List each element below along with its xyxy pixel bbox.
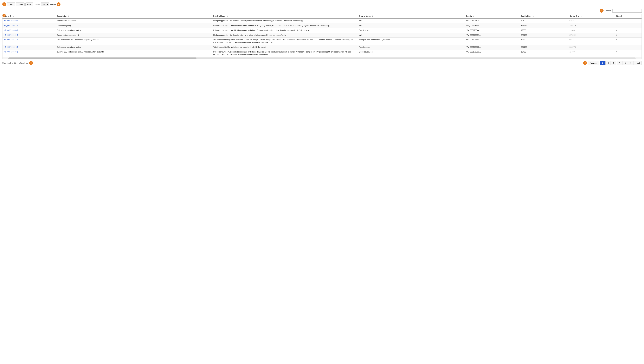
csv-button[interactable]: CSV (26, 3, 33, 6)
cell-strand: - (614, 23, 642, 28)
cell-enzyme-name: Transferases; (357, 45, 464, 50)
cell-gene-id: XP_005710358.1 (2, 28, 56, 33)
cell-description: Protein hedgehog (56, 23, 212, 28)
cell-contig-end: 6262 (568, 19, 614, 23)
sort-icon-gene-id: ▲ (12, 15, 14, 17)
cell-contig: NW_005178544.1 (464, 28, 520, 33)
cell-description: Sel1-repeat containing protein (56, 28, 212, 33)
sort-icon-interpro: ⇅ (226, 15, 228, 17)
cell-contig-end: 376204 (568, 33, 614, 38)
cell-interpro-name: Hedgehog protein; Hint domain; Spondin; … (212, 19, 357, 23)
col-description[interactable]: Description ⇅ (56, 14, 212, 19)
page-2-button[interactable]: 2 (606, 61, 611, 65)
sort-icon-description: ⇅ (68, 15, 69, 17)
showing-text: Showing 1 to 20 of 101 entries (2, 62, 28, 64)
cell-contig: NW_005178593.1 (464, 50, 520, 57)
cell-contig-end: 332773 (568, 45, 614, 50)
cell-contig-start: 13736 (520, 50, 568, 57)
page-4-button[interactable]: 4 (617, 61, 622, 65)
sort-icon-contig-start: ⇅ (532, 15, 534, 17)
gene-id-link[interactable]: XP_005710546.1 (4, 46, 18, 48)
col-strand[interactable]: Strand (614, 14, 642, 19)
cell-description: Desert hedgehog protein B (56, 33, 212, 38)
page-6-button[interactable]: 6 (628, 61, 634, 65)
cell-gene-id: XP_005710687.1 (2, 50, 56, 57)
col-gene-id[interactable]: 4 Gene ID ▲ (2, 14, 56, 19)
cell-contig-end: 21368 (568, 28, 614, 33)
sort-icon-contig-end: ⇅ (580, 15, 582, 17)
cell-gene-id: XP_005710546.1 (2, 45, 56, 50)
page-5-button[interactable]: 5 (622, 61, 628, 65)
page-1-button[interactable]: 1 (600, 61, 605, 65)
previous-button[interactable]: Previous (588, 61, 600, 65)
gene-id-link[interactable]: XP_005710042.1 (4, 25, 18, 27)
col-contig[interactable]: Contig ⇅ (464, 14, 520, 19)
cell-contig: NW_005178572.1 (464, 45, 520, 50)
search-input[interactable] (612, 9, 642, 13)
cell-contig: NW_005178479.1 (464, 19, 520, 23)
cell-interpro-name: P-loop containing nucleoside triphosphat… (212, 23, 357, 28)
cell-description: Sel1-repeat containing protein (56, 45, 212, 50)
col-contig-start[interactable]: Contig Start ⇅ (520, 14, 568, 19)
badge-4: 4 (2, 14, 6, 17)
copy-button[interactable]: Copy (7, 3, 15, 6)
cell-enzyme-name: Oxidoreductases; (357, 50, 464, 57)
cell-strand: + (614, 33, 642, 38)
cell-interpro-name: P-loop containing nucleoside triphosphat… (212, 50, 357, 57)
badge-3: 3 (600, 9, 604, 13)
cell-enzyme-name: null (357, 19, 464, 23)
cell-enzyme-name: null (357, 33, 464, 38)
gene-id-link[interactable]: XP_005710687.1 (4, 51, 18, 53)
cell-strand: + (614, 38, 642, 45)
cell-contig-start: 375155 (520, 33, 568, 38)
col-contig-end[interactable]: Contig End ⇅ (568, 14, 614, 19)
cell-interpro-name: Tetratricopeptide-like helical domain su… (212, 45, 357, 50)
badge-2: 2 (57, 2, 60, 6)
cell-contig-start: 331103 (520, 45, 568, 50)
cell-contig-start: 4970 (520, 19, 568, 23)
cell-contig: NW_005178569.1 (464, 38, 520, 45)
badge-6: 6 (583, 61, 587, 65)
cell-contig: NW_005178551.1 (464, 33, 520, 38)
table-row: XP_005710358.1Sel1-repeat containing pro… (2, 28, 642, 33)
cell-gene-id: XP_005710042.1 (2, 23, 56, 28)
cell-strand: + (614, 28, 642, 33)
page-3-button[interactable]: 3 (611, 61, 616, 65)
cell-contig-end: 15409 (568, 50, 614, 57)
gene-id-link[interactable]: XP_005710424.1 (4, 34, 18, 36)
cell-contig-start: 354524 (520, 23, 568, 28)
col-interpro-name[interactable]: InterProName ⇅ (212, 14, 357, 19)
search-label: Search: (605, 10, 611, 12)
pagination: Previous 1 2 3 4 5 6 Next (588, 61, 642, 65)
cell-contig-start: 7832 (520, 38, 568, 45)
cell-description: 26S proteasome ATP-dependent regulatory … (56, 38, 212, 45)
table-row: XP_005710042.1Protein hedgehogP-loop con… (2, 23, 642, 28)
gene-id-link[interactable]: XP_005710517.1 (4, 39, 18, 41)
cell-gene-id: XP_005710424.1 (2, 33, 56, 38)
excel-button[interactable]: Excel (16, 3, 24, 6)
gene-id-link[interactable]: XP_005710358.1 (4, 29, 18, 31)
cell-description: putative 26S proteasome non-ATPase regul… (56, 50, 212, 57)
cell-gene-id: XP_005710517.1 (2, 38, 56, 45)
show-label: Show (35, 3, 40, 6)
cell-gene-id: XP_005709839.1 (2, 19, 56, 23)
table-row: XP_005709839.1dihydrofolate reductaseHed… (2, 19, 642, 23)
sort-icon-enzyme: ⇅ (372, 15, 373, 17)
entries-select[interactable]: 20 10 50 100 (41, 3, 49, 6)
cell-strand: - (614, 45, 642, 50)
cell-contig-end: 356110 (568, 23, 614, 28)
table-row: XP_005710424.1Desert hedgehog protein BH… (2, 33, 642, 38)
gene-id-link[interactable]: XP_005709839.1 (4, 20, 18, 22)
col-enzyme-name[interactable]: Enzyne Name ⇅ (357, 14, 464, 19)
data-table: 4 Gene ID ▲ Description ⇅ InterProName ⇅… (2, 14, 642, 57)
sort-icon-contig: ⇅ (473, 15, 474, 17)
cell-enzyme-name: Acting on acid anhydrides; Hydrolases; (357, 38, 464, 45)
horizontal-scrollbar[interactable] (2, 57, 642, 59)
next-button[interactable]: Next (634, 61, 642, 65)
cell-enzyme-name: Transferases; (357, 28, 464, 33)
cell-strand: + (614, 50, 642, 57)
cell-contig: NW_005178495.1 (464, 23, 520, 28)
cell-strand: - (614, 19, 642, 23)
table-row: XP_005710517.126S proteasome ATP-depende… (2, 38, 642, 45)
cell-description: dihydrofolate reductase (56, 19, 212, 23)
